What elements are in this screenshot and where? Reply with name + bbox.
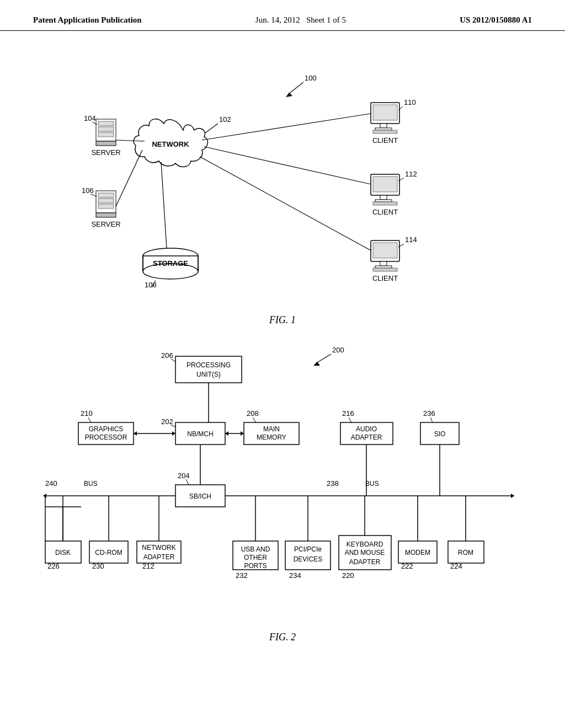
svg-rect-34 <box>373 243 397 258</box>
ref-226: 226 <box>47 562 60 570</box>
server1-label: SERVER <box>91 148 120 157</box>
ref-232: 232 <box>236 571 248 580</box>
ref-200: 200 <box>332 346 344 354</box>
server2-label: SERVER <box>91 220 120 228</box>
network-label: NETWORK <box>152 140 189 148</box>
ref-206: 206 <box>161 351 173 360</box>
header-date: Jun. 14, 2012 <box>255 15 300 24</box>
ref-106: 106 <box>82 186 94 195</box>
svg-rect-4 <box>98 121 114 126</box>
svg-line-2 <box>205 124 218 133</box>
svg-line-41 <box>161 162 167 248</box>
client1-label: CLIENT <box>372 136 398 144</box>
cdrom-label: CD-ROM <box>95 549 122 556</box>
svg-rect-13 <box>96 213 116 217</box>
ref-102: 102 <box>219 115 231 124</box>
svg-line-67 <box>186 479 189 485</box>
svg-marker-1 <box>286 93 292 97</box>
fig1-label: FIG. 1 <box>33 314 532 326</box>
processing-label: PROCESSING <box>186 361 231 369</box>
mainmem-label: MAIN <box>263 425 280 433</box>
svg-marker-61 <box>172 431 175 436</box>
svg-rect-12 <box>98 204 114 208</box>
keyboard-label3: ADAPTER <box>349 558 381 566</box>
usb-label: USB AND <box>241 545 270 553</box>
processing-label2: UNIT(S) <box>196 371 221 378</box>
header-left: Patent Application Publication <box>33 15 142 25</box>
pci-label: PCI/PCIe <box>294 545 322 553</box>
svg-line-44 <box>200 157 371 250</box>
ref-208: 208 <box>247 409 259 417</box>
ref-204: 204 <box>178 472 190 480</box>
client3-label: CLIENT <box>372 274 398 282</box>
svg-rect-28 <box>373 176 397 192</box>
sbich-label: SB/ICH <box>189 493 211 500</box>
ref-210: 210 <box>81 409 93 417</box>
ref-212: 212 <box>142 562 154 570</box>
svg-line-58 <box>88 417 91 422</box>
ref-224: 224 <box>450 562 462 570</box>
sio-label: SIO <box>434 430 446 438</box>
keyboard-label: KEYBOARD <box>347 540 383 548</box>
svg-marker-70 <box>43 494 46 498</box>
usb-label3: PORTS <box>244 562 266 570</box>
ref-236: 236 <box>423 409 435 417</box>
svg-rect-35 <box>380 261 387 266</box>
ref-238-label: 238 <box>327 479 339 488</box>
ref-100: 100 <box>305 74 317 82</box>
svg-line-40 <box>116 150 142 206</box>
mainmem-label2: MEMORY <box>257 433 286 441</box>
graphics-label: GRAPHICS <box>89 425 124 433</box>
svg-line-43 <box>204 147 371 184</box>
ref-104: 104 <box>84 114 96 122</box>
svg-line-52 <box>253 417 256 422</box>
svg-rect-30 <box>375 200 392 202</box>
svg-line-56 <box>430 417 433 422</box>
svg-line-54 <box>349 417 351 422</box>
svg-rect-22 <box>373 105 397 120</box>
ref-240-label: 240 <box>45 479 57 488</box>
ref-230: 230 <box>92 562 104 570</box>
bus-right-label: BUS <box>365 480 379 488</box>
svg-line-0 <box>288 82 303 94</box>
audio-label2: ADAPTER <box>351 433 382 441</box>
rom-label: ROM <box>458 549 473 556</box>
nbmch-label: NB/MCH <box>187 430 213 438</box>
keyboard-label2: AND MOUSE <box>345 549 385 556</box>
main-content: 100 102 NETWORK SERVER 104 <box>0 31 565 671</box>
ref-216: 216 <box>342 409 354 417</box>
svg-rect-29 <box>380 195 387 200</box>
fig1-diagram: 100 102 NETWORK SERVER 104 <box>33 58 532 312</box>
svg-rect-11 <box>98 199 114 203</box>
svg-rect-36 <box>375 266 392 268</box>
ref-202: 202 <box>161 417 173 426</box>
network-cloud: NETWORK <box>134 119 207 167</box>
svg-rect-31 <box>373 202 397 205</box>
graphics-label2: PROCESSOR <box>85 433 127 441</box>
ref-220: 220 <box>342 571 354 580</box>
pci-label2: DEVICES <box>294 555 323 563</box>
svg-rect-47 <box>175 356 242 383</box>
storage-label: STORAGE <box>153 259 188 267</box>
svg-marker-46 <box>313 362 320 366</box>
svg-rect-10 <box>98 193 114 197</box>
bus-left-label: BUS <box>84 480 98 488</box>
svg-line-45 <box>316 354 331 363</box>
svg-rect-7 <box>96 141 116 146</box>
header-sheet: Sheet 1 of 5 <box>306 15 346 24</box>
usb-label2: OTHER <box>244 554 267 561</box>
netadapter-label2: ADAPTER <box>143 553 175 561</box>
ref-222: 222 <box>401 562 413 570</box>
client2-label: CLIENT <box>372 208 398 216</box>
ref-114: 114 <box>405 235 417 244</box>
header-center: Jun. 14, 2012 Sheet 1 of 5 <box>255 15 346 25</box>
audio-label: AUDIO <box>356 425 377 433</box>
modem-label: MODEM <box>405 549 430 556</box>
svg-marker-64 <box>241 431 244 436</box>
svg-rect-37 <box>373 268 397 271</box>
svg-marker-65 <box>225 431 228 436</box>
svg-rect-24 <box>375 128 392 130</box>
fig2-label: FIG. 2 <box>33 631 532 643</box>
svg-rect-5 <box>98 127 114 131</box>
ref-110: 110 <box>404 98 416 106</box>
